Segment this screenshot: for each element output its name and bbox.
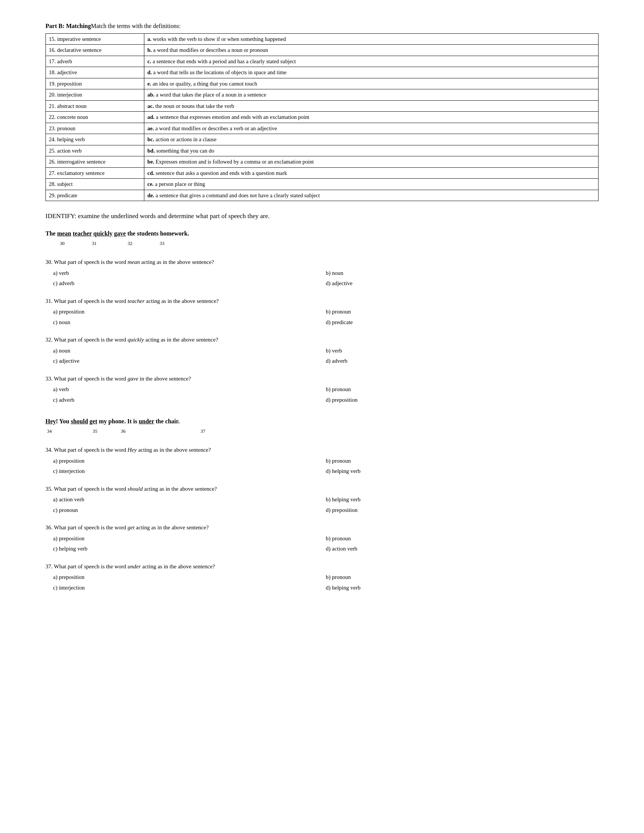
option-d: d) adjective bbox=[326, 279, 599, 288]
option-a: a) action verb bbox=[53, 495, 326, 505]
matching-row: 20. interjection ab. a word that takes t… bbox=[46, 89, 599, 100]
term-cell: 22. concrete noun bbox=[46, 112, 144, 123]
matching-row: 17. adverb c. a sentence that ends with … bbox=[46, 56, 599, 67]
matching-row: 18. adjective d. a word that tells us th… bbox=[46, 67, 599, 78]
matching-row: 26. interrogative sentence be. Expresses… bbox=[46, 156, 599, 167]
term-cell: 21. abstract noun bbox=[46, 100, 144, 111]
option-a: a) noun bbox=[53, 346, 326, 356]
option-d: d) action verb bbox=[326, 544, 599, 554]
matching-row: 22. concrete noun ad. a sentence that ex… bbox=[46, 112, 599, 123]
term-cell: 28. subject bbox=[46, 179, 144, 190]
options-grid: a) noun b) verb c) adjective d) adverb bbox=[45, 346, 599, 366]
option-a: a) preposition bbox=[53, 572, 326, 582]
sentence2-block: Hey! You should get my phone. It is unde… bbox=[45, 416, 599, 434]
term-cell: 23. pronoun bbox=[46, 123, 144, 133]
term-cell: 18. adjective bbox=[46, 67, 144, 78]
question-block: 31. What part of speech is the word teac… bbox=[45, 297, 599, 328]
option-c: c) pronoun bbox=[53, 505, 326, 515]
def-cell: ae. a word that modifies or describes a … bbox=[144, 123, 599, 133]
matching-row: 21. abstract noun ac. the noun or nouns … bbox=[46, 100, 599, 111]
option-c: c) adverb bbox=[53, 279, 326, 288]
option-a: a) verb bbox=[53, 385, 326, 394]
question-text: 36. What part of speech is the word get … bbox=[45, 523, 599, 532]
question-block: 30. What part of speech is the word mean… bbox=[45, 258, 599, 288]
option-c: c) interjection bbox=[53, 466, 326, 476]
option-a: a) preposition bbox=[53, 456, 326, 466]
options-grid: a) verb b) pronoun c) adverb d) preposit… bbox=[45, 385, 599, 405]
question-text: 37. What part of speech is the word unde… bbox=[45, 562, 599, 571]
question-text: 33. What part of speech is the word gave… bbox=[45, 375, 599, 383]
def-cell: ab. a word that takes the place of a nou… bbox=[144, 89, 599, 100]
option-b: b) pronoun bbox=[326, 456, 599, 466]
options-grid: a) preposition b) pronoun c) interjectio… bbox=[45, 572, 599, 593]
matching-row: 29. predicate de. a sentence that gives … bbox=[46, 190, 599, 201]
term-cell: 29. predicate bbox=[46, 190, 144, 201]
matching-row: 28. subject ce. a person place or thing bbox=[46, 179, 599, 190]
question-block: 32. What part of speech is the word quic… bbox=[45, 336, 599, 366]
option-d: d) adverb bbox=[326, 356, 599, 366]
def-cell: e. an idea or quality, a thing that you … bbox=[144, 78, 599, 89]
term-cell: 26. interrogative sentence bbox=[46, 156, 144, 167]
def-cell: ac. the noun or nouns that take the verb bbox=[144, 100, 599, 111]
def-cell: d. a word that tells us the locations of… bbox=[144, 67, 599, 78]
matching-row: 16. declarative sentence b. a word that … bbox=[46, 45, 599, 56]
question-text: 30. What part of speech is the word mean… bbox=[45, 258, 599, 267]
options-grid: a) preposition b) pronoun c) noun d) pre… bbox=[45, 307, 599, 327]
def-cell: bc. action or actions in a clause bbox=[144, 134, 599, 145]
matching-row: 15. imperative sentence a. works with th… bbox=[46, 34, 599, 45]
term-cell: 19. preposition bbox=[46, 78, 144, 89]
option-b: b) verb bbox=[326, 346, 599, 356]
term-cell: 24. helping verb bbox=[46, 134, 144, 145]
question-text: 35. What part of speech is the word shou… bbox=[45, 485, 599, 494]
question-text: 34. What part of speech is the word Hey … bbox=[45, 445, 599, 454]
def-cell: cd. sentence that asks a question and en… bbox=[144, 167, 599, 178]
option-a: a) preposition bbox=[53, 307, 326, 317]
def-cell: c. a sentence that ends with a period an… bbox=[144, 56, 599, 67]
question-block: 36. What part of speech is the word get … bbox=[45, 523, 599, 554]
questions-s2: 34. What part of speech is the word Hey … bbox=[45, 445, 599, 593]
option-c: c) interjection bbox=[53, 583, 326, 593]
term-cell: 25. action verb bbox=[46, 145, 144, 156]
matching-row: 27. exclamatory sentence cd. sentence th… bbox=[46, 167, 599, 178]
term-cell: 15. imperative sentence bbox=[46, 34, 144, 45]
question-text: 31. What part of speech is the word teac… bbox=[45, 297, 599, 306]
option-b: b) helping verb bbox=[326, 495, 599, 505]
term-cell: 20. interjection bbox=[46, 89, 144, 100]
def-cell: ad. a sentence that expresses emotion an… bbox=[144, 112, 599, 123]
def-cell: a. works with the verb to show if or whe… bbox=[144, 34, 599, 45]
question-block: 37. What part of speech is the word unde… bbox=[45, 562, 599, 593]
option-b: b) pronoun bbox=[326, 385, 599, 394]
option-d: d) preposition bbox=[326, 505, 599, 515]
option-b: b) noun bbox=[326, 269, 599, 278]
matching-row: 24. helping verb bc. action or actions i… bbox=[46, 134, 599, 145]
option-d: d) helping verb bbox=[326, 466, 599, 476]
option-c: c) adverb bbox=[53, 395, 326, 405]
def-cell: be. Expresses emotion and is followed by… bbox=[144, 156, 599, 167]
matching-row: 19. preposition e. an idea or quality, a… bbox=[46, 78, 599, 89]
options-grid: a) preposition b) pronoun c) interjectio… bbox=[45, 456, 599, 476]
term-cell: 16. declarative sentence bbox=[46, 45, 144, 56]
option-c: c) adjective bbox=[53, 356, 326, 366]
option-d: d) helping verb bbox=[326, 583, 599, 593]
options-grid: a) verb b) noun c) adverb d) adjective bbox=[45, 269, 599, 288]
option-d: d) predicate bbox=[326, 318, 599, 328]
question-block: 35. What part of speech is the word shou… bbox=[45, 485, 599, 515]
part-b-title: Part B: MatchingMatch the terms with the… bbox=[45, 23, 599, 29]
sentence2-text: Hey! You should get my phone. It is unde… bbox=[45, 416, 599, 426]
question-block: 34. What part of speech is the word Hey … bbox=[45, 445, 599, 476]
options-grid: a) preposition b) pronoun c) helping ver… bbox=[45, 534, 599, 554]
option-b: b) pronoun bbox=[326, 572, 599, 582]
sentence1-numbers: 30 31 32 33 bbox=[45, 241, 599, 246]
def-cell: de. a sentence that gives a command and … bbox=[144, 190, 599, 201]
sentence2-numbers: 34 35 36 37 bbox=[45, 429, 599, 434]
question-block: 33. What part of speech is the word gave… bbox=[45, 375, 599, 405]
matching-row: 25. action verb bd. something that you c… bbox=[46, 145, 599, 156]
term-cell: 27. exclamatory sentence bbox=[46, 167, 144, 178]
questions-s1: 30. What part of speech is the word mean… bbox=[45, 258, 599, 405]
identify-heading: IDENTIFY: examine the underlined words a… bbox=[45, 212, 599, 220]
def-cell: b. a word that modifies or describes a n… bbox=[144, 45, 599, 56]
def-cell: bd. something that you can do bbox=[144, 145, 599, 156]
option-a: a) preposition bbox=[53, 534, 326, 544]
option-d: d) preposition bbox=[326, 395, 599, 405]
matching-row: 23. pronoun ae. a word that modifies or … bbox=[46, 123, 599, 133]
